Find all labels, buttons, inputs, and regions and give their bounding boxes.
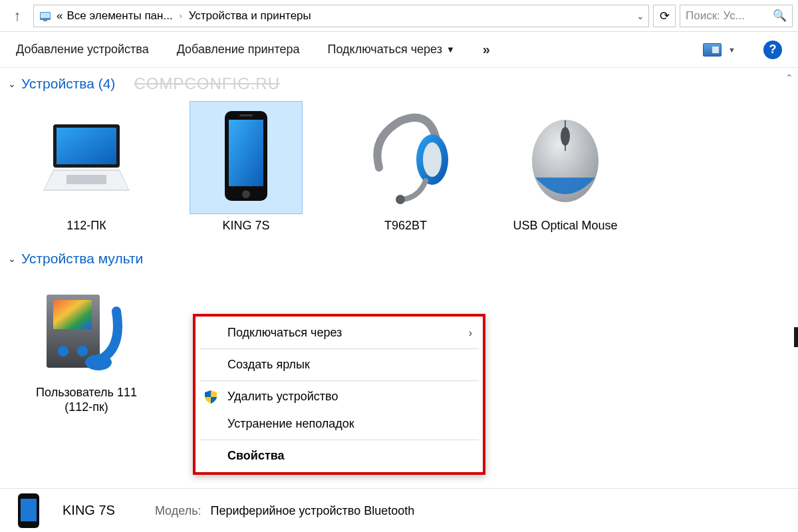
nav-up-icon[interactable]: ↑ bbox=[5, 4, 29, 28]
search-placeholder: Поиск: Ус... bbox=[686, 9, 745, 23]
svg-point-21 bbox=[58, 346, 68, 356]
svg-point-23 bbox=[85, 354, 112, 370]
view-mode-button[interactable]: ▼ bbox=[703, 43, 735, 57]
details-thumbnail-icon bbox=[8, 491, 49, 530]
search-input[interactable]: Поиск: Ус... 🔍 bbox=[680, 5, 793, 27]
menu-separator bbox=[200, 380, 479, 381]
toolbar-overflow-button[interactable]: » bbox=[483, 42, 490, 57]
device-label: KING 7S bbox=[222, 218, 269, 233]
menu-separator bbox=[200, 348, 479, 349]
svg-rect-7 bbox=[66, 175, 106, 184]
scroll-up-icon[interactable]: ⌃ bbox=[782, 70, 797, 85]
control-panel-icon bbox=[38, 9, 53, 23]
ctx-properties[interactable]: Свойства bbox=[196, 442, 483, 469]
svg-rect-25 bbox=[21, 499, 37, 521]
chevron-down-icon: ⌄ bbox=[8, 78, 16, 89]
add-device-button[interactable]: Добавление устройства bbox=[16, 43, 149, 57]
chevron-right-icon[interactable]: › bbox=[177, 11, 185, 21]
device-item-pc[interactable]: 112-ПК bbox=[27, 101, 146, 233]
chevron-right-icon: › bbox=[469, 327, 472, 339]
view-mode-icon bbox=[703, 43, 722, 57]
section-title: Устройства (4) bbox=[21, 76, 115, 92]
device-item-headset[interactable]: T962BT bbox=[346, 101, 466, 233]
connect-via-dropdown[interactable]: Подключаться через▼ bbox=[328, 43, 455, 57]
bluetooth-headset-icon bbox=[349, 101, 462, 214]
content-area: ⌃ ⌄ Устройства (4) COMPCONFIG.RU 112-ПК bbox=[0, 68, 798, 488]
device-label: 112-ПК bbox=[66, 218, 106, 233]
uac-shield-icon bbox=[203, 390, 218, 404]
details-info: KING 7S Модель: Периферийное устройство … bbox=[63, 503, 414, 518]
svg-rect-20 bbox=[53, 300, 92, 329]
device-item-mouse[interactable]: USB Optical Mouse bbox=[505, 101, 625, 233]
device-label: Пользователь 111 (112-пк) bbox=[27, 385, 146, 415]
details-device-name: KING 7S bbox=[63, 503, 115, 518]
devices-grid: 112-ПК KING 7S bbox=[0, 97, 798, 237]
ctx-connect-via[interactable]: Подключаться через › bbox=[196, 319, 483, 346]
edge-artifact bbox=[794, 327, 798, 347]
watermark-text: COMPCONFIG.RU bbox=[134, 74, 280, 93]
refresh-button[interactable]: ⟳ bbox=[653, 5, 676, 27]
media-server-icon bbox=[30, 275, 143, 381]
svg-rect-4 bbox=[57, 128, 116, 164]
laptop-icon bbox=[30, 101, 143, 214]
breadcrumb[interactable]: « Все элементы пан... › Устройства и при… bbox=[33, 5, 649, 27]
breadcrumb-item-1[interactable]: Все элементы пан... bbox=[66, 9, 172, 23]
ctx-create-shortcut[interactable]: Создать ярлык bbox=[196, 351, 483, 378]
smartphone-icon bbox=[190, 101, 303, 214]
device-label: USB Optical Mouse bbox=[513, 218, 617, 233]
ctx-delete-device[interactable]: Удалить устройство bbox=[196, 383, 483, 410]
svg-point-16 bbox=[561, 127, 570, 146]
device-label: T962BT bbox=[384, 218, 427, 233]
breadcrumb-history-icon[interactable]: ⌄ bbox=[636, 11, 644, 21]
ctx-troubleshoot[interactable]: Устранение неполадок bbox=[196, 410, 483, 438]
add-printer-button[interactable]: Добавление принтера bbox=[177, 43, 300, 57]
svg-point-13 bbox=[423, 142, 442, 177]
section-header-multimedia[interactable]: ⌄ Устройства мульти bbox=[0, 244, 798, 271]
svg-point-14 bbox=[396, 195, 405, 204]
menu-separator bbox=[200, 440, 479, 440]
svg-rect-9 bbox=[229, 120, 263, 186]
details-model-value: Периферийное устройство Bluetooth bbox=[211, 504, 415, 518]
context-menu: Подключаться через › Создать ярлык Удали… bbox=[193, 314, 485, 475]
section-header-devices[interactable]: ⌄ Устройства (4) COMPCONFIG.RU bbox=[0, 68, 798, 97]
mouse-icon bbox=[509, 101, 622, 214]
device-item-phone[interactable]: KING 7S bbox=[186, 101, 306, 233]
section-title: Устройства мульти bbox=[21, 251, 143, 267]
svg-rect-2 bbox=[43, 20, 47, 21]
svg-rect-1 bbox=[41, 13, 50, 18]
svg-point-22 bbox=[77, 346, 88, 356]
chevron-down-icon: ⌄ bbox=[8, 253, 16, 264]
breadcrumb-prefix: « bbox=[57, 9, 63, 23]
address-bar-row: ↑ « Все элементы пан... › Устройства и п… bbox=[0, 0, 798, 32]
details-model-label: Модель: bbox=[155, 504, 201, 518]
help-button[interactable]: ? bbox=[763, 41, 782, 59]
chevron-down-icon: ▼ bbox=[728, 46, 735, 54]
command-toolbar: Добавление устройства Добавление принтер… bbox=[0, 32, 798, 68]
breadcrumb-item-2[interactable]: Устройства и принтеры bbox=[189, 9, 311, 23]
svg-point-10 bbox=[242, 190, 250, 198]
details-pane: KING 7S Модель: Периферийное устройство … bbox=[0, 488, 798, 532]
device-item-media-user[interactable]: Пользователь 111 (112-пк) bbox=[27, 275, 146, 415]
svg-rect-11 bbox=[239, 114, 253, 116]
search-icon: 🔍 bbox=[773, 9, 787, 23]
chevron-down-icon: ▼ bbox=[446, 45, 455, 55]
